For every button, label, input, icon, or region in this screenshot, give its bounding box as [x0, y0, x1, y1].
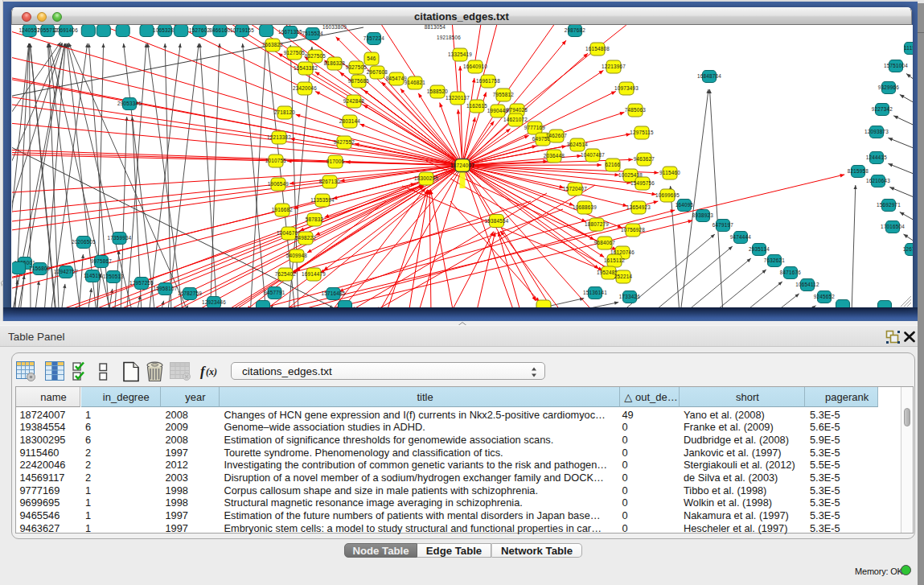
svg-text:16671355: 16671355 — [278, 29, 302, 35]
svg-text:10407487: 10407487 — [581, 152, 605, 158]
svg-text:1906549: 1906549 — [268, 181, 290, 187]
svg-text:12942757: 12942757 — [54, 269, 78, 274]
svg-text:8938923: 8938923 — [692, 212, 714, 218]
svg-text:7625402: 7625402 — [275, 271, 297, 277]
svg-text:12975115: 12975115 — [630, 130, 654, 135]
svg-text:1615112: 1615112 — [604, 257, 625, 263]
svg-text:9875685: 9875685 — [348, 78, 370, 84]
svg-text:9127505: 9127505 — [284, 50, 306, 56]
svg-text:15751004: 15751004 — [884, 63, 908, 68]
svg-text:17016504: 17016504 — [881, 224, 905, 229]
svg-text:1588520: 1588520 — [427, 89, 449, 94]
svg-text:20206505: 20206505 — [72, 239, 96, 245]
svg-text:9463627: 9463627 — [634, 156, 655, 162]
svg-text:9115460: 9115460 — [659, 170, 680, 175]
svg-text:9245652: 9245652 — [814, 294, 836, 299]
svg-text:587832: 587832 — [306, 216, 324, 222]
svg-text:7632621: 7632621 — [764, 257, 786, 263]
svg-text:10973493: 10973493 — [614, 85, 639, 91]
svg-text:15720407: 15720407 — [563, 186, 587, 192]
svg-text:10719155: 10719155 — [230, 27, 254, 33]
svg-text:(x): (x) — [206, 366, 217, 377]
svg-text:6479197: 6479197 — [713, 222, 734, 228]
svg-text:19218506: 19218506 — [437, 35, 461, 40]
svg-text:1733426: 1733426 — [619, 294, 641, 299]
svg-text:15958107: 15958107 — [153, 286, 177, 291]
svg-text:2036448: 2036448 — [544, 153, 565, 159]
svg-text:2935114: 2935114 — [749, 246, 770, 252]
svg-text:11353594: 11353594 — [310, 197, 335, 203]
svg-text:9227342: 9227342 — [872, 106, 893, 112]
svg-text:1162615: 1162615 — [466, 103, 487, 109]
svg-text:9457791: 9457791 — [264, 290, 285, 295]
svg-text:7955812: 7955812 — [493, 92, 515, 97]
svg-text:9146821: 9146821 — [405, 80, 426, 85]
svg-text:10699695: 10699695 — [655, 192, 680, 198]
svg-text:62166: 62166 — [606, 162, 621, 167]
svg-text:917006: 917006 — [326, 159, 345, 164]
svg-text:16543382: 16543382 — [294, 65, 318, 71]
svg-text:8471676: 8471676 — [780, 270, 802, 275]
svg-text:16961758: 16961758 — [476, 78, 500, 84]
svg-text:1010755: 1010755 — [265, 158, 287, 163]
svg-text:13325419: 13325419 — [448, 51, 472, 57]
svg-text:9794028: 9794028 — [507, 107, 528, 113]
svg-text:17957255: 17957255 — [129, 280, 154, 286]
svg-text:20691406: 20691406 — [54, 27, 78, 33]
svg-text:9474444: 9474444 — [730, 234, 752, 240]
svg-text:114519: 114519 — [84, 273, 101, 278]
svg-text:12093873: 12093873 — [864, 129, 889, 134]
svg-text:7663822: 7663822 — [262, 42, 284, 47]
svg-text:1250513: 1250513 — [103, 274, 125, 279]
svg-text:10653287: 10653287 — [153, 27, 177, 33]
svg-text:126753: 126753 — [903, 246, 913, 252]
svg-text:9684067: 9684067 — [594, 240, 616, 245]
svg-text:13654923: 13654923 — [626, 204, 651, 210]
svg-text:1990448: 1990448 — [487, 108, 509, 113]
svg-text:2156809: 2156809 — [29, 266, 51, 271]
svg-text:18807279: 18807279 — [585, 221, 609, 227]
svg-text:16914479: 16914479 — [302, 271, 326, 277]
svg-text:10756928: 10756928 — [621, 227, 645, 233]
svg-text:9327505: 9327505 — [346, 64, 368, 70]
svg-text:16782759: 16782759 — [178, 290, 202, 296]
svg-text:19384554: 19384554 — [484, 218, 508, 224]
svg-text:29053346: 29053346 — [117, 101, 142, 106]
svg-text:9327505: 9327505 — [305, 53, 326, 59]
svg-text:8466160: 8466160 — [209, 27, 231, 33]
svg-text:164095: 164095 — [676, 202, 694, 208]
svg-text:2803144: 2803144 — [339, 118, 361, 124]
svg-text:2987682: 2987682 — [565, 27, 586, 33]
svg-text:16210643: 16210643 — [866, 178, 890, 183]
svg-text:18300295: 18300295 — [414, 175, 438, 181]
svg-text:14621072: 14621072 — [503, 117, 528, 122]
svg-text:2718120: 2718120 — [274, 109, 296, 115]
svg-text:9777169: 9777169 — [524, 125, 546, 130]
svg-text:11154: 11154 — [904, 45, 913, 51]
svg-text:16154808: 16154808 — [585, 46, 610, 51]
svg-text:9242848: 9242848 — [343, 98, 365, 104]
svg-text:23420046: 23420046 — [293, 85, 317, 91]
svg-text:15495756: 15495756 — [630, 180, 655, 186]
svg-text:10688639: 10688639 — [573, 204, 597, 210]
svg-text:5498222: 5498222 — [295, 235, 317, 241]
svg-text:8215958: 8215958 — [848, 168, 869, 174]
svg-text:1244415: 1244415 — [866, 154, 888, 160]
svg-text:9975867: 9975867 — [91, 258, 113, 264]
svg-text:5409948: 5409948 — [286, 253, 308, 258]
svg-text:8267130: 8267130 — [319, 179, 341, 184]
svg-text:17359934: 17359934 — [107, 235, 131, 241]
svg-text:13220137: 13220137 — [446, 95, 470, 101]
svg-text:15692971: 15692971 — [877, 202, 901, 208]
svg-text:12213967: 12213967 — [602, 64, 626, 69]
svg-text:7515524: 7515524 — [302, 31, 324, 36]
svg-text:1462607: 1462607 — [546, 133, 568, 138]
svg-text:15716485: 15716485 — [321, 290, 345, 296]
svg-text:1916682: 1916682 — [272, 207, 294, 212]
svg-text:252214: 252214 — [614, 274, 633, 279]
svg-text:1527602: 1527602 — [189, 27, 211, 33]
svg-text:9329966: 9329966 — [878, 84, 900, 90]
svg-text:7357224: 7357224 — [363, 35, 385, 41]
svg-text:16848784: 16848784 — [697, 73, 721, 79]
svg-text:15136141: 15136141 — [583, 290, 607, 295]
